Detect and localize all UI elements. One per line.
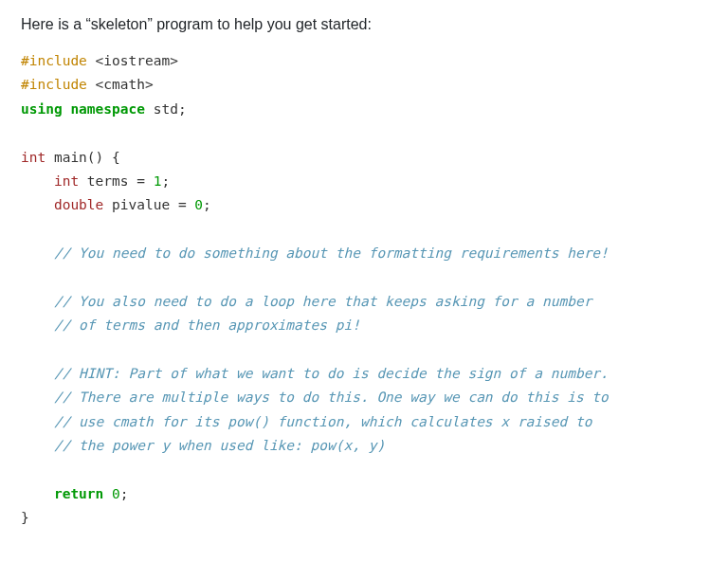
- type-double: double: [54, 197, 103, 212]
- indent: [21, 317, 54, 333]
- indent: [21, 438, 54, 453]
- document-body: Here is a “skeleton” program to help you…: [0, 0, 728, 531]
- code-text: }: [21, 510, 29, 525]
- comment: // You also need to do a loop here that …: [54, 294, 592, 309]
- code-text: pivalue =: [103, 197, 194, 212]
- code-text: ;: [203, 197, 211, 212]
- keyword-namespace: namespace: [70, 101, 145, 117]
- code-text: std;: [145, 101, 187, 117]
- comment: // You need to do something about the fo…: [54, 245, 609, 261]
- preprocessor: #include: [21, 77, 87, 92]
- code-text: ;: [161, 173, 170, 189]
- comment: // use cmath for its pow() function, whi…: [54, 414, 592, 429]
- comment: // the power y when used like: pow(x, y): [54, 438, 385, 453]
- indent: [21, 414, 54, 429]
- comment: // of terms and then approximates pi!: [54, 317, 360, 333]
- preprocessor: #include: [21, 53, 87, 68]
- indent: [21, 390, 54, 405]
- keyword-return: return: [54, 486, 103, 501]
- type-int: int: [21, 150, 46, 165]
- type-int: int: [54, 173, 79, 189]
- indent: [21, 173, 54, 189]
- code-text: ;: [120, 486, 129, 501]
- number-literal: 0: [112, 486, 120, 501]
- comment: // HINT: Part of what we want to do is d…: [54, 366, 609, 381]
- code-text: main() {: [46, 150, 120, 165]
- indent: [21, 366, 54, 381]
- keyword-using: using: [21, 101, 63, 117]
- indent: [21, 245, 54, 261]
- code-block: #include <iostream> #include <cmath> usi…: [21, 49, 707, 531]
- number-literal: 0: [194, 197, 203, 212]
- intro-text: Here is a “skeleton” program to help you…: [21, 13, 707, 36]
- code-text: <cmath>: [87, 77, 154, 92]
- comment: // There are multiple ways to do this. O…: [54, 390, 609, 405]
- code-text: [103, 486, 112, 501]
- code-text: <iostream>: [87, 53, 178, 68]
- code-text: terms =: [79, 173, 154, 189]
- indent: [21, 294, 54, 309]
- indent: [21, 486, 54, 501]
- indent: [21, 197, 54, 212]
